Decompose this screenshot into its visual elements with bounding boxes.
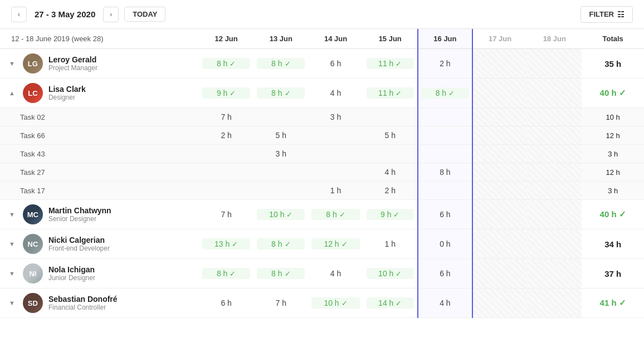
person-sebastian-day-6 — [527, 288, 582, 318]
person-name-cell-lisa: ▲ LC Lisa Clark Designer — [0, 79, 199, 108]
person-role-sebastian: Financial Controller — [48, 304, 118, 311]
person-sebastian-day-4: 4 h — [418, 288, 472, 318]
person-leroy-day-0: 8 h✓ — [199, 49, 253, 79]
task-lisa-0-day-1 — [253, 108, 308, 126]
person-martin-day-6 — [527, 200, 582, 229]
collapse-btn-nicki[interactable]: ▼ — [9, 241, 15, 247]
task-lisa-3-day-0 — [199, 163, 253, 182]
avatar-sebastian: SD — [23, 293, 43, 313]
person-sebastian-day-2: 10 h✓ — [308, 288, 363, 318]
task-lisa-3-day-2 — [308, 163, 363, 182]
task-name-lisa-0: Task 02 — [0, 108, 199, 126]
person-name-cell-martin: ▼ MC Martin Chatwynn Senior Designer — [0, 200, 199, 229]
today-button[interactable]: TODAY — [124, 7, 165, 22]
person-martin-day-5 — [472, 200, 527, 229]
avatar-lisa: LC — [23, 83, 43, 103]
task-row-lisa-2: Task 433 h3 h — [0, 145, 644, 163]
task-lisa-4-day-1 — [253, 182, 308, 200]
person-role-leroy: Project Manager — [48, 64, 97, 72]
person-sebastian-day-0: 6 h — [199, 288, 253, 318]
person-name-lisa: Lisa Clark — [48, 85, 86, 94]
person-row-nola: ▼ NI Nola Ichigan Junior Designer 8 h✓8 … — [0, 259, 644, 288]
person-leroy-day-6 — [527, 49, 582, 79]
person-sebastian-total: 41 h ✓ — [582, 288, 644, 318]
task-lisa-2-day-6 — [527, 145, 582, 163]
task-lisa-3-day-6 — [527, 163, 582, 182]
person-nola-day-1: 8 h✓ — [253, 259, 308, 288]
collapse-btn-sebastian[interactable]: ▼ — [9, 300, 15, 306]
person-nola-total: 37 h — [582, 259, 644, 288]
task-lisa-3-total: 12 h — [582, 163, 644, 182]
person-row-sebastian: ▼ SD Sebastian Donofré Financial Control… — [0, 288, 644, 318]
person-nola-day-2: 4 h — [308, 259, 363, 288]
person-row-nicki: ▼ NC Nicki Calgerian Front-end Developer… — [0, 229, 644, 259]
task-row-lisa-0: Task 027 h3 h10 h — [0, 108, 644, 126]
person-name-martin: Martin Chatwynn — [48, 206, 111, 215]
task-lisa-1-total: 12 h — [582, 126, 644, 145]
next-button[interactable]: › — [103, 7, 119, 22]
task-lisa-0-total: 10 h — [582, 108, 644, 126]
person-nola-day-3: 10 h✓ — [363, 259, 418, 288]
task-lisa-4-day-0 — [199, 182, 253, 200]
person-sebastian-day-3: 14 h✓ — [363, 288, 418, 318]
person-name-sebastian: Sebastian Donofré — [48, 295, 118, 304]
person-lisa-day-6 — [527, 79, 582, 108]
person-lisa-day-2: 4 h — [308, 79, 363, 108]
col-day-4: 16 Jun — [418, 29, 472, 49]
person-nicki-day-3: 1 h — [363, 229, 418, 259]
collapse-btn-lisa[interactable]: ▲ — [9, 90, 15, 96]
week-header: 12 - 18 June 2019 (week 28) — [0, 29, 199, 49]
task-name-lisa-2: Task 43 — [0, 145, 199, 163]
task-lisa-1-day-0: 2 h — [199, 126, 253, 145]
task-lisa-4-day-6 — [527, 182, 582, 200]
task-lisa-3-day-3: 4 h — [363, 163, 418, 182]
prev-button[interactable]: ‹ — [11, 7, 27, 22]
task-lisa-1-day-4 — [418, 126, 472, 145]
person-nola-day-4: 6 h — [418, 259, 472, 288]
task-lisa-0-day-0: 7 h — [199, 108, 253, 126]
task-lisa-3-day-5 — [472, 163, 527, 182]
person-row-leroy: ▼ LG Leroy Gerald Project Manager 8 h✓8 … — [0, 49, 644, 79]
person-nola-day-6 — [527, 259, 582, 288]
header-row: 12 - 18 June 2019 (week 28) 12 Jun 13 Ju… — [0, 29, 644, 49]
collapse-btn-leroy[interactable]: ▼ — [9, 60, 15, 67]
task-lisa-2-day-2 — [308, 145, 363, 163]
person-row-lisa: ▲ LC Lisa Clark Designer 9 h✓8 h✓4 h11 h… — [0, 79, 644, 108]
task-lisa-2-total: 3 h — [582, 145, 644, 163]
person-row-martin: ▼ MC Martin Chatwynn Senior Designer 7 h… — [0, 200, 644, 229]
task-name-lisa-4: Task 17 — [0, 182, 199, 200]
person-role-nicki: Front-end Developer — [48, 244, 110, 252]
person-sebastian-day-1: 7 h — [253, 288, 308, 318]
task-lisa-4-day-5 — [472, 182, 527, 200]
person-lisa-day-1: 8 h✓ — [253, 79, 308, 108]
person-leroy-day-1: 8 h✓ — [253, 49, 308, 79]
person-leroy-day-3: 11 h✓ — [363, 49, 418, 79]
person-martin-day-4: 6 h — [418, 200, 472, 229]
person-nicki-total: 34 h — [582, 229, 644, 259]
task-lisa-0-day-3 — [363, 108, 418, 126]
col-day-1: 13 Jun — [253, 29, 308, 49]
task-lisa-1-day-6 — [527, 126, 582, 145]
avatar-leroy: LG — [23, 53, 43, 74]
person-martin-day-3: 9 h✓ — [363, 200, 418, 229]
filter-button[interactable]: FILTER ☷ — [580, 6, 633, 23]
col-day-5: 17 Jun — [472, 29, 527, 49]
task-lisa-4-day-2: 1 h — [308, 182, 363, 200]
person-name-leroy: Leroy Gerald — [48, 55, 97, 64]
person-nicki-day-0: 13 h✓ — [199, 229, 253, 259]
task-lisa-4-day-4 — [418, 182, 472, 200]
avatar-nola: NI — [23, 263, 43, 283]
person-nola-day-5 — [472, 259, 527, 288]
grid-container: 12 - 18 June 2019 (week 28) 12 Jun 13 Ju… — [0, 29, 644, 362]
collapse-btn-martin[interactable]: ▼ — [9, 211, 15, 218]
header: ‹ 27 - 3 May 2020 › TODAY FILTER ☷ — [0, 0, 644, 29]
person-name-cell-nola: ▼ NI Nola Ichigan Junior Designer — [0, 259, 199, 288]
person-martin-day-1: 10 h✓ — [253, 200, 308, 229]
person-role-nola: Junior Designer — [48, 274, 95, 282]
person-leroy-day-4: 2 h — [418, 49, 472, 79]
task-name-lisa-3: Task 27 — [0, 163, 199, 182]
col-day-6: 18 Jun — [527, 29, 582, 49]
collapse-btn-nola[interactable]: ▼ — [9, 270, 15, 277]
person-nicki-day-6 — [527, 229, 582, 259]
person-nola-day-0: 8 h✓ — [199, 259, 253, 288]
